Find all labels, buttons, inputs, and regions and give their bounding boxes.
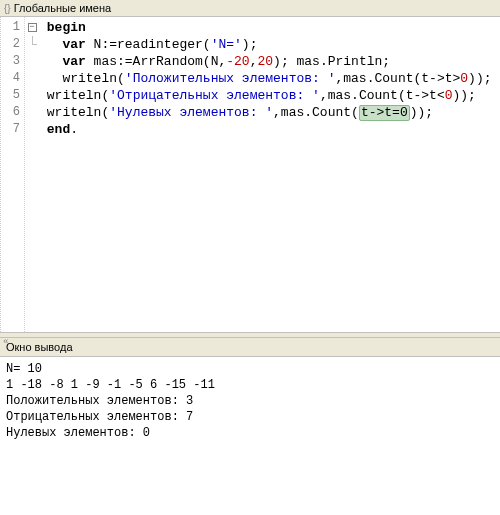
line-number: 3 bbox=[1, 53, 24, 70]
code-line: begin bbox=[39, 19, 500, 36]
fold-end-icon bbox=[32, 36, 37, 45]
fold-toggle-icon[interactable]: − bbox=[28, 23, 37, 32]
code-line: var N:=readinteger('N='); bbox=[39, 36, 500, 53]
code-line: writeln('Нулевых элементов: ',mas.Count(… bbox=[39, 104, 500, 121]
tab-global-names[interactable]: Глобальные имена bbox=[14, 2, 112, 14]
code-line: writeln('Отрицательных элементов: ',mas.… bbox=[39, 87, 500, 104]
tab-bar: {} Глобальные имена bbox=[0, 0, 500, 17]
code-line: end. bbox=[39, 121, 500, 138]
code-area[interactable]: begin var N:=readinteger('N='); var mas:… bbox=[39, 17, 500, 332]
output-panel-title: Окно вывода bbox=[0, 338, 500, 357]
line-number: 6 bbox=[1, 104, 24, 121]
line-number: 2 bbox=[1, 36, 24, 53]
code-editor[interactable]: 1 2 3 4 5 6 7 − begin var N:=readinteger… bbox=[0, 17, 500, 332]
highlighted-expression: t->t=0 bbox=[359, 105, 410, 121]
line-gutter: 1 2 3 4 5 6 7 bbox=[1, 17, 25, 332]
code-line: writeln('Положительных элементов: ',mas.… bbox=[39, 70, 500, 87]
line-number: 4 bbox=[1, 70, 24, 87]
fold-column: − bbox=[25, 17, 39, 332]
line-number: 7 bbox=[1, 121, 24, 138]
line-number: 1 bbox=[1, 19, 24, 36]
output-panel[interactable]: N= 10 1 -18 -8 1 -9 -1 -5 6 -15 -11 Поло… bbox=[0, 357, 500, 515]
braces-icon: {} bbox=[4, 3, 11, 14]
line-number: 5 bbox=[1, 87, 24, 104]
code-line: var mas:=ArrRandom(N,-20,20); mas.Printl… bbox=[39, 53, 500, 70]
